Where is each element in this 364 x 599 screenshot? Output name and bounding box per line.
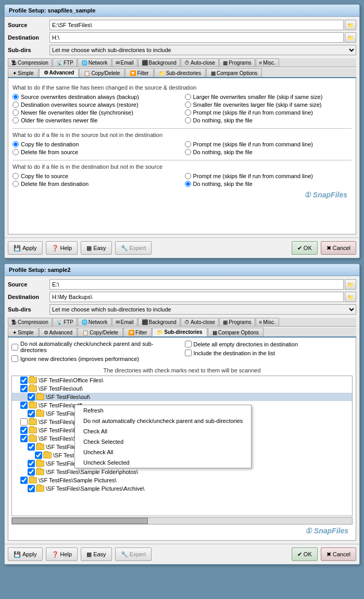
tab-autoclose[interactable]: ⏱Auto-close <box>181 58 219 67</box>
radio-delete-from-source-input[interactable] <box>12 149 19 155</box>
tree-check[interactable] <box>35 452 42 459</box>
directory-tree[interactable]: \SF TestFiles\Office Files\ \SF TestFile… <box>11 376 353 516</box>
source-input[interactable] <box>49 20 344 30</box>
easy-button-1[interactable]: ▦ Easy <box>81 241 111 255</box>
subdirs-select[interactable]: Let me choose which sub-directories to i… <box>49 45 356 55</box>
check-delete-empty-input[interactable] <box>185 341 192 347</box>
cancel-button-2[interactable]: ✖ Cancel <box>321 547 356 561</box>
tab2-filter[interactable]: 🔽Filter <box>123 328 152 336</box>
tab2-programs[interactable]: ▦Programs <box>219 318 255 326</box>
tree-check[interactable] <box>20 477 28 484</box>
check-include-dest-input[interactable] <box>185 350 192 356</box>
apply-button-1[interactable]: 💾 Apply <box>8 241 43 255</box>
tab-programs[interactable]: ▦Programs <box>219 58 255 67</box>
apply-button-2[interactable]: 💾 Apply <box>8 547 43 561</box>
radio-prompt-s3-input[interactable] <box>185 173 191 179</box>
context-check-selected[interactable]: Check Selected <box>75 436 251 447</box>
context-refresh[interactable]: Refresh <box>75 405 251 416</box>
expert-button-1[interactable]: 🔧 Expert <box>115 241 152 255</box>
tree-item[interactable]: \SF TestFiles\Sample Folder\photos\ <box>12 468 352 476</box>
help-button-2[interactable]: ❓ Help <box>46 547 78 561</box>
tree-check[interactable] <box>28 468 35 476</box>
radio-older-overwrite-input[interactable] <box>12 117 19 123</box>
ok-button-2[interactable]: ✔ OK <box>292 547 318 561</box>
tab2-advanced[interactable]: ⚙Advanced <box>39 328 77 336</box>
tree-check[interactable] <box>28 393 35 401</box>
cancel-button-1[interactable]: ✖ Cancel <box>321 241 356 255</box>
radio-newer-overwrite-input[interactable] <box>12 109 19 116</box>
tree-check[interactable] <box>20 377 28 384</box>
check-ignore-new-input[interactable] <box>11 355 18 362</box>
tree-item[interactable]: \SF TestFiles\Sample Pictures\Archive\ <box>12 484 352 493</box>
radio-donothing-s1-input[interactable] <box>185 117 191 123</box>
tab-compare[interactable]: ▦Compare Options <box>206 68 262 77</box>
tab-misc[interactable]: ≡Misc. <box>256 58 279 67</box>
radio-dest-overwrite-input[interactable] <box>12 102 19 108</box>
check-no-auto-input[interactable] <box>11 344 18 351</box>
tab-compression[interactable]: 🗜Compression <box>8 58 52 67</box>
subdirs-select-2[interactable]: Let me choose which sub-directories to i… <box>49 304 356 315</box>
tree-check[interactable] <box>28 443 35 451</box>
tree-check[interactable] <box>28 460 35 467</box>
context-check-all[interactable]: Check All <box>75 426 251 436</box>
context-uncheck-selected[interactable]: Uncheck Selected <box>75 457 251 468</box>
tab-copy-delete[interactable]: 📋Copy/Delete <box>79 68 124 77</box>
context-no-auto[interactable]: Do not automatically check/uncheck paren… <box>75 416 251 426</box>
radio-donothing-s3-input[interactable] <box>185 181 191 187</box>
source-input-2[interactable] <box>49 279 344 290</box>
tab-filter[interactable]: 🔽Filter <box>125 68 153 77</box>
expert-button-2[interactable]: 🔧 Expert <box>115 547 152 561</box>
tree-check[interactable] <box>28 485 35 492</box>
tree-item[interactable]: \SF TestFiles\out\ <box>12 384 352 393</box>
tab-advanced[interactable]: ⚙Advanced <box>39 68 79 77</box>
radio-donothing-s2-input[interactable] <box>185 149 191 155</box>
help-button-1[interactable]: ❓ Help <box>46 241 78 255</box>
ok-button-1[interactable]: ✔ OK <box>292 241 318 255</box>
tree-check[interactable] <box>20 385 28 392</box>
destination-browse-button[interactable]: 📁 <box>345 32 356 43</box>
easy-button-2[interactable]: ▦ Easy <box>81 547 111 561</box>
tree-check[interactable] <box>20 427 28 434</box>
tree-item[interactable]: \SF TestFiles\Office Files\ <box>12 376 352 384</box>
tab2-subdirectories[interactable]: 📁Sub-directories <box>152 328 207 336</box>
misc-icon: ≡ <box>259 60 262 66</box>
tree-check[interactable] <box>20 435 28 442</box>
radio-smaller-overwrite-input[interactable] <box>185 102 191 108</box>
tree-check[interactable] <box>20 402 28 409</box>
tab2-compare[interactable]: ▦Compare Options <box>208 328 263 336</box>
tab-network[interactable]: 🌐Network <box>78 58 111 67</box>
destination-input-2[interactable] <box>49 292 344 302</box>
tab2-email[interactable]: ✉Email <box>112 318 137 326</box>
tab2-network[interactable]: 🌐Network <box>78 318 111 326</box>
radio-copy-to-source-input[interactable] <box>12 173 19 179</box>
tree-check[interactable] <box>20 418 28 426</box>
tab2-ftp[interactable]: 📡FTP <box>53 318 77 326</box>
source-browse-button[interactable]: 📁 <box>345 20 356 30</box>
radio-source-overwrite-input[interactable] <box>12 94 19 100</box>
tab2-compression[interactable]: 🗜Compression <box>8 318 52 326</box>
destination-browse-button-2[interactable]: 📁 <box>345 292 356 302</box>
source-browse-button-2[interactable]: 📁 <box>345 279 356 290</box>
tree-item[interactable]: \SF TestFiles\Sample Pictures\ <box>12 476 352 484</box>
radio-larger-overwrite-input[interactable] <box>185 94 191 100</box>
context-uncheck-all[interactable]: Uncheck All <box>75 447 251 457</box>
tab2-copy-delete[interactable]: 📋Copy/Delete <box>78 328 123 336</box>
radio-prompt-s1-input[interactable] <box>185 109 191 116</box>
tab-subdirectories[interactable]: 📁Sub-directories <box>154 68 206 77</box>
scrollbar-thumb[interactable] <box>12 518 148 524</box>
tab-simple[interactable]: ✦Simple <box>8 68 39 77</box>
tab2-background[interactable]: ⬛Background <box>138 318 180 326</box>
tree-check[interactable] <box>28 410 35 417</box>
tab2-autoclose[interactable]: ⏱Auto-close <box>181 318 219 326</box>
tab-ftp[interactable]: 📡FTP <box>53 58 77 67</box>
tab2-misc[interactable]: ≡Misc. <box>256 318 279 326</box>
tab-email[interactable]: ✉Email <box>112 58 137 67</box>
destination-input[interactable] <box>49 32 344 43</box>
radio-prompt-s2-input[interactable] <box>185 141 191 147</box>
tree-item[interactable]: \SF TestFiles\out\ <box>12 393 352 401</box>
tab-background[interactable]: ⬛Background <box>138 58 180 67</box>
horizontal-scrollbar[interactable] <box>11 517 353 525</box>
radio-delete-from-dest-input[interactable] <box>12 181 19 187</box>
radio-copy-to-dest-input[interactable] <box>12 141 19 147</box>
tab2-simple[interactable]: ✦Simple <box>8 328 39 336</box>
